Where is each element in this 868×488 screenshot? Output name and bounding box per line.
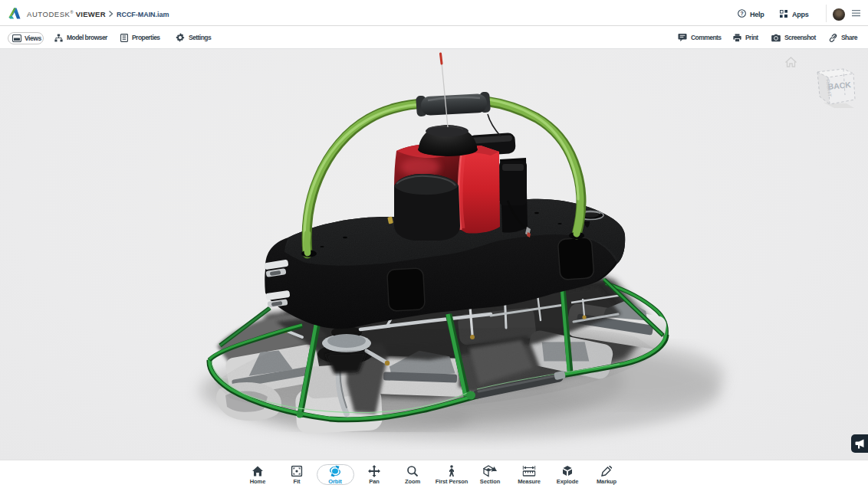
svg-text:?: ? [740,11,743,16]
